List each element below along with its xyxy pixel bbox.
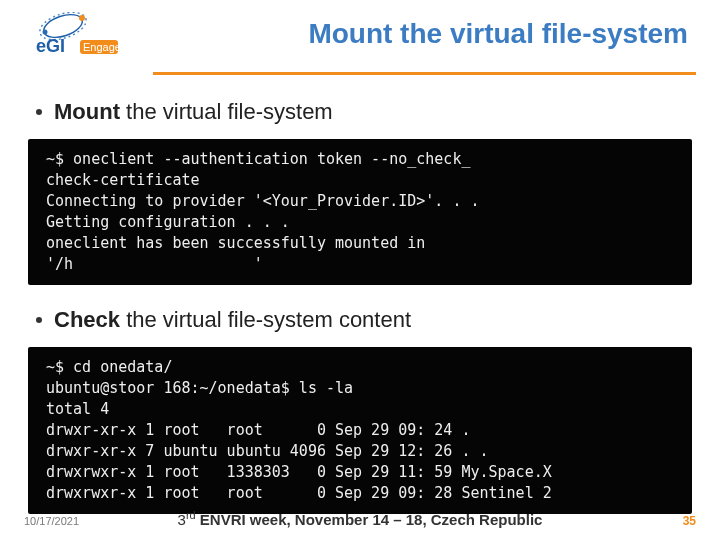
bullet-text: Mount the virtual file-system xyxy=(54,99,333,125)
term-line: oneclient has been successfully mounted … xyxy=(46,234,425,252)
term-line: drwxr-xr-x 1 root root 0 Sep 29 09: 24 . xyxy=(46,421,470,439)
bullet-text: Check the virtual file-system content xyxy=(54,307,411,333)
bullet-icon xyxy=(36,317,42,323)
terminal-check: ~$ cd onedata/ ubuntu@stoor 168:~/onedat… xyxy=(28,347,692,514)
term-line: ~$ oneclient --authentication token --no… xyxy=(46,150,470,168)
slide-footer: 10/17/2021 35 xyxy=(0,514,720,528)
bullet-bold: Mount xyxy=(54,99,120,124)
svg-text:eGI: eGI xyxy=(36,36,65,56)
bullet-icon xyxy=(36,109,42,115)
page-number: 35 xyxy=(683,514,696,528)
svg-point-2 xyxy=(79,15,85,21)
egi-logo: eGI Engage xyxy=(24,8,124,64)
term-line: ~$ cd onedata/ xyxy=(46,358,172,376)
egi-logo-icon: eGI Engage xyxy=(30,12,118,60)
bullet-bold: Check xyxy=(54,307,120,332)
term-line: ubuntu@stoor 168:~/onedata$ ls -la xyxy=(46,379,353,397)
bullet-check: Check the virtual file-system content xyxy=(36,307,692,333)
term-line: Connecting to provider '<Your_Provider.I… xyxy=(46,192,479,210)
term-line: total 4 xyxy=(46,400,109,418)
svg-text:Engage: Engage xyxy=(83,41,118,53)
footer-date: 10/17/2021 xyxy=(24,515,79,527)
bullet-rest: the virtual file-system xyxy=(120,99,333,124)
term-line: drwxrwxr-x 1 root 1338303 0 Sep 29 11: 5… xyxy=(46,463,552,481)
term-line: Getting configuration . . . xyxy=(46,213,290,231)
terminal-mount: ~$ oneclient --authentication token --no… xyxy=(28,139,692,285)
slide-header: eGI Engage Mount the virtual file-system xyxy=(0,0,720,72)
bullet-mount: Mount the virtual file-system xyxy=(36,99,692,125)
slide: eGI Engage Mount the virtual file-system… xyxy=(0,0,720,540)
bullet-rest: the virtual file-system content xyxy=(120,307,411,332)
term-line: '/h ' xyxy=(46,255,263,273)
term-line: check-certificate xyxy=(46,171,200,189)
slide-title: Mount the virtual file-system xyxy=(124,8,696,50)
term-line: drwxrwxr-x 1 root root 0 Sep 29 09: 28 S… xyxy=(46,484,552,502)
term-line: drwxr-xr-x 7 ubuntu ubuntu 4096 Sep 29 1… xyxy=(46,442,489,460)
slide-content: Mount the virtual file-system ~$ oneclie… xyxy=(0,75,720,514)
svg-point-3 xyxy=(43,30,48,35)
